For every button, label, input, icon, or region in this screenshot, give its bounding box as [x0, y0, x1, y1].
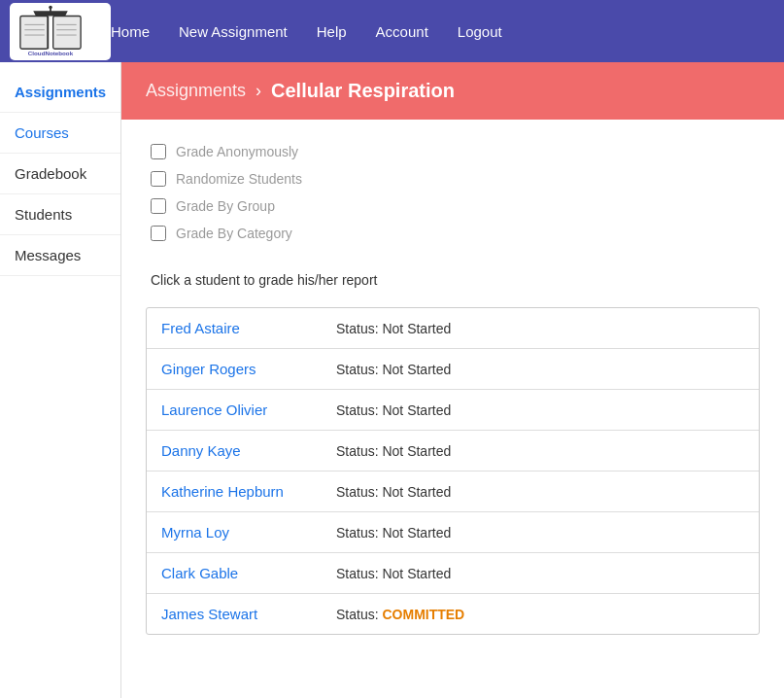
nav-account[interactable]: Account: [376, 23, 428, 40]
student-row-clark-gable[interactable]: Clark Gable Status: Not Started: [147, 553, 759, 594]
label-grade-by-category: Grade By Category: [176, 226, 292, 241]
checkbox-grade-by-category[interactable]: [151, 226, 166, 241]
sidebar-item-messages[interactable]: Messages: [0, 235, 120, 276]
student-status: Status: COMMITTED: [336, 607, 464, 622]
student-row-katherine-hepburn[interactable]: Katherine Hepburn Status: Not Started: [147, 471, 759, 512]
label-grade-anonymously: Grade Anonymously: [176, 144, 298, 159]
logo: CloudNotebook: [10, 3, 111, 60]
instruction-text: Click a student to grade his/her report: [121, 262, 784, 307]
navbar: CloudNotebook Home New Assignment Help A…: [0, 0, 784, 62]
sidebar-item-courses[interactable]: Courses: [0, 113, 120, 154]
student-name: Fred Astaire: [161, 320, 336, 336]
option-grade-by-category: Grade By Category: [151, 226, 755, 241]
checkbox-grade-by-group[interactable]: [151, 198, 166, 214]
student-name: Ginger Rogers: [161, 361, 336, 377]
student-row-laurence-olivier[interactable]: Laurence Olivier Status: Not Started: [147, 390, 759, 431]
student-status: Status: Not Started: [336, 484, 451, 500]
student-name: Clark Gable: [161, 565, 336, 581]
student-status: Status: Not Started: [336, 525, 451, 541]
svg-text:CloudNotebook: CloudNotebook: [28, 50, 74, 56]
student-status: Status: Not Started: [336, 402, 451, 418]
nav-logout[interactable]: Logout: [458, 23, 502, 40]
student-row-ginger-rogers[interactable]: Ginger Rogers Status: Not Started: [147, 349, 759, 390]
student-status: Status: Not Started: [336, 321, 451, 336]
sidebar-item-students[interactable]: Students: [0, 194, 120, 235]
breadcrumb-parent[interactable]: Assignments: [146, 81, 246, 101]
label-grade-by-group: Grade By Group: [176, 198, 275, 214]
nav-links: Home New Assignment Help Account Logout: [111, 23, 502, 40]
option-grade-anonymously: Grade Anonymously: [151, 144, 755, 159]
layout: Assignments Courses Gradebook Students M…: [0, 62, 784, 698]
checkbox-grade-anonymously[interactable]: [151, 144, 166, 159]
nav-home[interactable]: Home: [111, 23, 150, 40]
breadcrumb-current: Cellular Respiration: [271, 80, 455, 102]
student-status: Status: Not Started: [336, 362, 451, 377]
label-randomize-students: Randomize Students: [176, 171, 302, 187]
student-row-james-stewart[interactable]: James Stewart Status: COMMITTED: [147, 594, 759, 634]
svg-rect-2: [53, 16, 81, 49]
option-grade-by-group: Grade By Group: [151, 198, 755, 214]
option-randomize-students: Randomize Students: [151, 171, 755, 187]
student-status: Status: Not Started: [336, 566, 451, 581]
student-name: Myrna Loy: [161, 524, 336, 541]
student-name: James Stewart: [161, 606, 336, 622]
sidebar-item-assignments[interactable]: Assignments: [0, 72, 120, 113]
student-row-myrna-loy[interactable]: Myrna Loy Status: Not Started: [147, 512, 759, 553]
sidebar-item-gradebook[interactable]: Gradebook: [0, 154, 120, 194]
student-status: Status: Not Started: [336, 443, 451, 459]
student-name: Katherine Hepburn: [161, 483, 336, 500]
student-name: Danny Kaye: [161, 442, 336, 459]
nav-new-assignment[interactable]: New Assignment: [179, 23, 288, 40]
options-area: Grade Anonymously Randomize Students Gra…: [121, 120, 784, 262]
breadcrumb-header: Assignments › Cellular Respiration: [121, 62, 784, 120]
student-name: Laurence Olivier: [161, 401, 336, 418]
breadcrumb-arrow: ›: [256, 81, 261, 101]
checkbox-randomize-students[interactable]: [151, 171, 166, 187]
nav-help[interactable]: Help: [317, 23, 347, 40]
status-committed-badge: COMMITTED: [382, 607, 464, 622]
sidebar: Assignments Courses Gradebook Students M…: [0, 62, 121, 698]
main-content: Assignments › Cellular Respiration Grade…: [121, 62, 784, 698]
svg-point-12: [49, 5, 52, 9]
student-row-danny-kaye[interactable]: Danny Kaye Status: Not Started: [147, 431, 759, 471]
svg-rect-1: [20, 16, 48, 49]
student-table: Fred Astaire Status: Not Started Ginger …: [146, 307, 760, 635]
student-row-fred-astaire[interactable]: Fred Astaire Status: Not Started: [147, 308, 759, 349]
